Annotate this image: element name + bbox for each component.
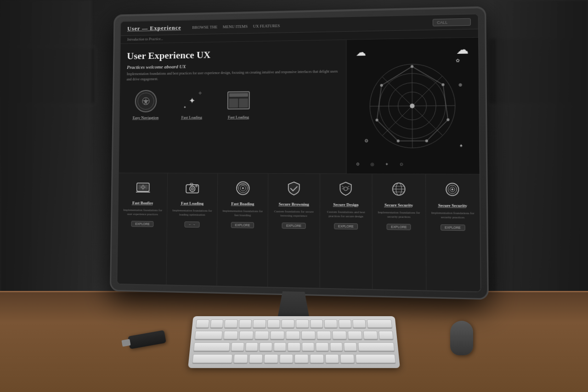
key[interactable] <box>249 354 263 363</box>
feature-btn-2[interactable]: ← → <box>185 222 200 227</box>
screen-layout: User — Experience BROWSE THE MENU ITEMS … <box>117 14 480 291</box>
mouse <box>450 321 473 355</box>
key[interactable] <box>353 319 366 328</box>
key[interactable] <box>317 331 331 340</box>
key-row-1 <box>196 319 393 329</box>
keyboard-body <box>188 316 400 368</box>
usb-connector <box>121 339 130 347</box>
key[interactable] <box>301 331 316 340</box>
hero-diagram: ☁ ☁ <box>346 38 479 174</box>
key[interactable] <box>310 319 323 328</box>
svg-point-36 <box>344 187 348 191</box>
easy-navigation-label: Easy Navigation <box>126 115 165 120</box>
feature-card-secure-security-1[interactable]: Secure Security Implementation foundatio… <box>373 174 426 290</box>
feature-btn-5[interactable]: EXPLORE <box>334 223 358 230</box>
key-row-4 <box>192 354 396 364</box>
key-shift-right[interactable] <box>356 354 396 363</box>
feature-btn-7[interactable]: EXPLORE <box>441 224 465 231</box>
key[interactable] <box>267 319 280 328</box>
key-enter[interactable] <box>358 342 395 351</box>
key[interactable] <box>340 354 355 363</box>
key[interactable] <box>302 342 315 351</box>
svg-point-16 <box>380 84 383 87</box>
key[interactable] <box>245 342 258 351</box>
key[interactable] <box>238 319 252 328</box>
key[interactable] <box>295 354 309 363</box>
radar-icon-3: ⚙ <box>364 138 368 143</box>
key[interactable] <box>233 354 248 363</box>
key[interactable] <box>223 331 238 340</box>
key[interactable] <box>224 319 237 328</box>
fast-loading-grid-icon <box>226 88 251 113</box>
key[interactable] <box>325 354 339 363</box>
key-caps[interactable] <box>193 342 230 351</box>
key[interactable] <box>324 319 338 328</box>
fingerprint-icon <box>234 179 252 197</box>
feature-card-fast-boading[interactable]: Fast Boading Implementation foundations … <box>217 173 268 287</box>
nav-item-3[interactable]: UX FEATURES <box>253 23 280 28</box>
key[interactable] <box>344 342 357 351</box>
key[interactable] <box>196 319 209 328</box>
feature-title-2: Fast Loading <box>181 201 204 206</box>
key[interactable] <box>348 331 362 340</box>
key[interactable] <box>210 319 223 328</box>
key[interactable] <box>379 331 394 340</box>
fast-loading-label-1: Fast Loading <box>172 115 212 120</box>
monitor-bezel: User — Experience BROWSE THE MENU ITEMS … <box>116 13 481 292</box>
feature-btn-3[interactable]: EXPLORE <box>231 222 254 228</box>
key[interactable] <box>239 331 254 340</box>
key-shift-left[interactable] <box>192 354 232 363</box>
key[interactable] <box>282 319 294 328</box>
feature-card-secure-security-2[interactable]: Secure Security Implementation foundatio… <box>426 174 481 291</box>
key[interactable] <box>310 354 324 363</box>
feature-desc-3: Implementation foundations for fast boar… <box>222 209 263 218</box>
svg-point-12 <box>447 118 449 121</box>
key[interactable] <box>316 342 328 351</box>
hero-feature-fast-loading-2[interactable]: Fast Loading <box>218 88 259 120</box>
key[interactable] <box>260 342 272 351</box>
key[interactable] <box>254 331 269 340</box>
key[interactable] <box>253 319 266 328</box>
target-icon <box>443 180 462 199</box>
key[interactable] <box>332 331 347 340</box>
feature-btn-1[interactable]: EXPLORE <box>131 221 154 227</box>
feature-desc-6: Implementation foundations for security … <box>377 210 421 220</box>
key[interactable] <box>296 319 309 328</box>
radar-diagram: ✿ ♠ ⚙ ⊕ <box>360 54 465 158</box>
feature-title-1: Fast Bonfire <box>132 200 153 206</box>
grid-icon-2: ◎ <box>366 162 379 166</box>
nav-item-2[interactable]: MENU ITEMS <box>223 24 248 29</box>
radar-icon-1: ✿ <box>456 58 459 63</box>
key[interactable] <box>279 354 293 363</box>
key-tab[interactable] <box>194 331 222 340</box>
nav-logo: User — Experience <box>127 24 181 32</box>
hero-feature-navigation[interactable]: Easy Navigation <box>126 89 165 120</box>
feature-btn-6[interactable]: EXPLORE <box>387 224 411 230</box>
key[interactable] <box>270 331 284 340</box>
key-backspace[interactable] <box>367 319 392 328</box>
hero-feature-fast-loading[interactable]: ✦ ✧ ✦ Fast Loading <box>172 88 212 120</box>
radar-icon-4: ⊕ <box>458 82 462 87</box>
svg-point-17 <box>410 103 414 108</box>
feature-card-secure-design[interactable]: Secure Design Custom foundations and bes… <box>320 174 373 289</box>
grid-icon-3: ✦ <box>380 162 393 166</box>
grid-icon-1: ⚙ <box>351 162 364 166</box>
feature-card-secure-browning[interactable]: Secure Browning Custom foundations for s… <box>268 174 320 288</box>
feature-btn-4[interactable]: EXPLORE <box>282 223 305 229</box>
key[interactable] <box>339 319 352 328</box>
key[interactable] <box>273 342 286 351</box>
key[interactable] <box>264 354 278 363</box>
feature-card-fast-loading[interactable]: Fast Loading Implementation foundations … <box>167 173 218 286</box>
features-section: Fast Bonfire Implementation foundations … <box>117 173 480 291</box>
nav-item-1[interactable]: BROWSE THE <box>192 24 217 29</box>
svg-line-38 <box>348 186 350 187</box>
key[interactable] <box>363 331 378 340</box>
hero-subtitle: Practices welcome aboard UX <box>127 62 339 70</box>
svg-line-37 <box>342 186 344 187</box>
key[interactable] <box>288 342 300 351</box>
key[interactable] <box>286 331 300 340</box>
nav-search-input[interactable] <box>433 18 471 26</box>
feature-card-fast-bonfire[interactable]: Fast Bonfire Implementation foundations … <box>117 173 168 285</box>
key[interactable] <box>231 342 244 351</box>
key[interactable] <box>330 342 343 351</box>
